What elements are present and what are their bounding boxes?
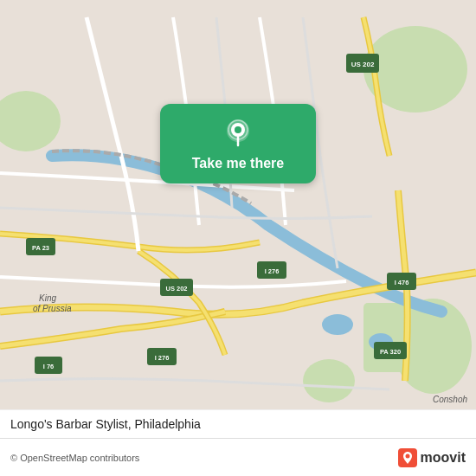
moovit-logo: moovit xyxy=(398,448,466,467)
svg-point-29 xyxy=(235,126,241,133)
svg-text:PA 320: PA 320 xyxy=(380,348,401,356)
take-me-there-label: Take me there xyxy=(192,156,284,171)
attribution-text: © OpenStreetMap contributors xyxy=(10,453,139,463)
moovit-brand-text: moovit xyxy=(421,450,466,466)
svg-point-4 xyxy=(303,359,355,402)
svg-text:of Prussia: of Prussia xyxy=(33,304,72,313)
svg-text:I 76: I 76 xyxy=(43,363,55,370)
location-pin-icon xyxy=(222,118,254,149)
svg-text:US 202: US 202 xyxy=(351,61,375,68)
moovit-pin-icon xyxy=(398,448,417,467)
location-name-bar: Longo's Barbar Stylist, Philadelphia xyxy=(0,409,476,438)
svg-text:I 276: I 276 xyxy=(265,267,280,275)
map-background: US 202 PA 23 US 202 I 276 I 276 I 76 I 4… xyxy=(0,0,476,476)
svg-point-32 xyxy=(405,453,409,458)
location-name-text: Longo's Barbar Stylist, Philadelphia xyxy=(10,417,201,431)
svg-text:Conshoh: Conshoh xyxy=(433,395,467,404)
svg-text:I 476: I 476 xyxy=(395,279,409,286)
svg-text:PA 23: PA 23 xyxy=(32,244,49,252)
svg-text:King: King xyxy=(39,293,56,303)
svg-point-6 xyxy=(322,314,353,335)
svg-text:I 276: I 276 xyxy=(155,354,170,362)
map-container: US 202 PA 23 US 202 I 276 I 276 I 76 I 4… xyxy=(0,0,476,476)
svg-text:US 202: US 202 xyxy=(165,285,187,293)
take-me-there-card[interactable]: Take me there xyxy=(160,104,316,183)
bottom-bar: © OpenStreetMap contributors moovit xyxy=(0,438,476,476)
